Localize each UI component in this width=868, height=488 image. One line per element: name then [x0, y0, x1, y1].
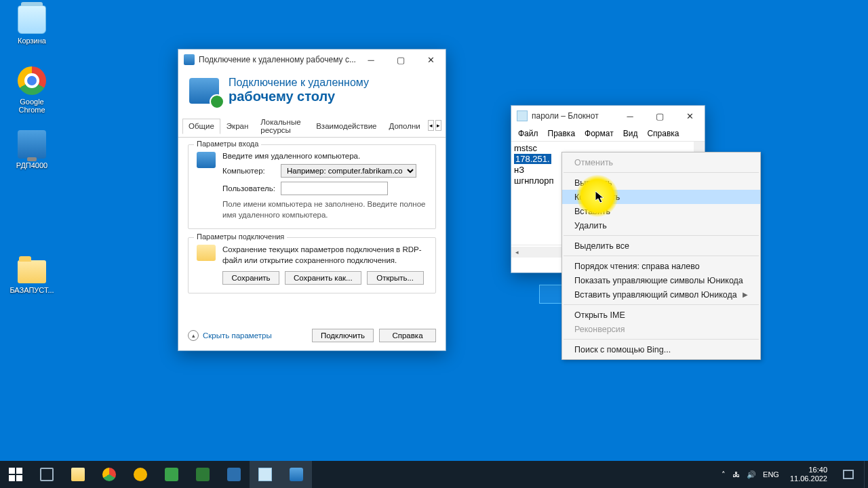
menu-edit[interactable]: Правка	[544, 127, 580, 140]
help-button[interactable]: Справка	[379, 329, 436, 342]
tab-local-resources[interactable]: Локальные ресурсы	[254, 115, 310, 138]
open-button[interactable]: Открыть...	[367, 271, 424, 285]
windows-icon	[9, 468, 22, 481]
maximize-button[interactable]: ▢	[386, 49, 416, 70]
folder-icon	[18, 260, 46, 283]
tray-network-icon[interactable]: 🖧	[732, 470, 740, 479]
svg-rect-3	[16, 475, 22, 481]
tray-volume-icon[interactable]: 🔊	[747, 470, 756, 479]
group-connection: Параметры подключения Сохранение текущих…	[188, 237, 436, 293]
user-field[interactable]	[281, 182, 388, 195]
recycle-bin-icon	[18, 5, 46, 34]
computer-icon	[197, 152, 216, 168]
taskbar-app-1c[interactable]	[125, 461, 156, 488]
context-menu[interactable]: Отменить Вырезать Копировать Вставить Уд…	[561, 152, 761, 360]
group-connection-legend: Параметры подключения	[194, 232, 287, 241]
ctx-paste[interactable]: Вставить	[562, 204, 760, 218]
ctx-undo[interactable]: Отменить	[562, 155, 760, 169]
notepad-icon	[258, 468, 272, 481]
taskbar-app-rdp[interactable]	[281, 461, 312, 488]
taskbar-app-chrome[interactable]	[94, 461, 125, 488]
menu-file[interactable]: Файл	[514, 127, 542, 140]
minimize-button[interactable]: ─	[615, 106, 645, 126]
separator	[564, 235, 759, 236]
menu-format[interactable]: Формат	[580, 127, 618, 140]
ctx-insert-unicode[interactable]: Вставить управляющий символ Юникода▶	[562, 287, 760, 302]
minimize-button[interactable]: ─	[356, 49, 386, 70]
group-login: Параметры входа Введите имя удаленного к…	[188, 144, 436, 229]
desktop-icon-recycle-bin[interactable]: Корзина	[8, 5, 56, 45]
svg-rect-2	[9, 475, 15, 481]
clock-date: 11.06.2022	[790, 474, 827, 483]
desktop-icon-label: БАЗАПУСТ...	[8, 286, 56, 294]
hide-options-link[interactable]: ▴ Скрыть параметры	[188, 330, 272, 341]
desktop-icon-label: Google Chrome	[8, 98, 56, 114]
svg-rect-1	[16, 468, 22, 474]
notepad-app-icon	[517, 110, 528, 121]
show-desktop-button[interactable]	[864, 461, 868, 488]
desktop-icon-rdp4000[interactable]: РДП4000	[8, 130, 56, 169]
tab-advanced[interactable]: Дополни	[383, 119, 427, 134]
desktop-icon-folder[interactable]: БАЗАПУСТ...	[8, 256, 56, 294]
task-view-icon	[40, 468, 54, 481]
ctx-bing-search[interactable]: Поиск с помощью Bing...	[562, 342, 760, 357]
rdp-header-line2: рабочему столу	[229, 89, 369, 104]
rdp-app-icon	[184, 54, 195, 65]
maximize-button[interactable]: ▢	[645, 106, 675, 126]
ctx-cut[interactable]: Вырезать	[562, 176, 760, 190]
text-selection: 178.251.	[514, 154, 551, 164]
taskbar-app-notepad[interactable]	[250, 461, 281, 488]
tabs-scroll-left[interactable]: ◂	[428, 120, 434, 131]
login-hint: Введите имя удаленного компьютера.	[222, 152, 427, 160]
taskbar-app-blue[interactable]	[218, 461, 250, 488]
notepad-menubar: Файл Правка Формат Вид Справка	[511, 126, 705, 142]
clock-time: 16:40	[790, 466, 827, 474]
save-button[interactable]: Сохранить	[222, 271, 279, 285]
folder-icon	[197, 245, 216, 261]
rdp-tabs: Общие Экран Локальные ресурсы Взаимодейс…	[178, 114, 446, 138]
task-view-button[interactable]	[31, 461, 62, 488]
login-hint-bottom: Поле имени компьютера не заполнено. Введ…	[222, 199, 427, 220]
system-tray[interactable]: ˄ 🖧 🔊 ENG	[716, 470, 785, 479]
rdp-window[interactable]: Подключение к удаленному рабочему с... ─…	[178, 49, 446, 351]
save-as-button[interactable]: Сохранить как...	[285, 271, 361, 285]
notepad-titlebar[interactable]: пароли – Блокнот ─ ▢ ✕	[511, 106, 705, 126]
ctx-copy[interactable]: Копировать	[562, 190, 760, 204]
ctx-delete[interactable]: Удалить	[562, 218, 760, 232]
rdp-titlebar[interactable]: Подключение к удаленному рабочему с... ─…	[178, 49, 446, 70]
ctx-reconvert[interactable]: Реконверсия	[562, 322, 760, 336]
desktop-icon-chrome[interactable]: Google Chrome	[8, 66, 56, 114]
taskbar[interactable]: ˄ 🖧 🔊 ENG 16:40 11.06.2022	[0, 461, 868, 488]
action-center-button[interactable]	[833, 461, 864, 488]
menu-view[interactable]: Вид	[619, 127, 642, 140]
menu-help[interactable]: Справка	[643, 127, 683, 140]
start-button[interactable]	[0, 461, 31, 488]
tabs-scroll-right[interactable]: ▸	[435, 120, 441, 131]
connect-button[interactable]: Подключить	[312, 329, 374, 342]
ctx-select-all[interactable]: Выделить все	[562, 239, 760, 253]
ctx-show-unicode[interactable]: Показать управляющие символы Юникода	[562, 273, 760, 287]
app-icon	[165, 468, 178, 481]
taskbar-app-green2[interactable]	[187, 461, 218, 488]
taskbar-app-green1[interactable]	[156, 461, 187, 488]
close-button[interactable]: ✕	[675, 106, 705, 126]
tray-chevron-up-icon[interactable]: ˄	[722, 470, 726, 479]
taskbar-clock[interactable]: 16:40 11.06.2022	[785, 466, 833, 483]
desktop-icon-label: РДП4000	[8, 161, 56, 169]
ctx-open-ime[interactable]: Открыть IME	[562, 308, 760, 322]
tab-experience[interactable]: Взаимодействие	[310, 119, 382, 134]
tab-general[interactable]: Общие	[182, 119, 220, 134]
desktop-icon-label: Корзина	[8, 37, 56, 45]
close-button[interactable]: ✕	[416, 49, 446, 70]
monitor-icon	[18, 130, 46, 159]
tray-language[interactable]: ENG	[763, 470, 779, 479]
taskbar-app-explorer[interactable]	[62, 461, 94, 488]
svg-rect-0	[9, 468, 15, 474]
connection-text: Сохранение текущих параметров подключени…	[222, 245, 427, 266]
ctx-rtl[interactable]: Порядок чтения: справа налево	[562, 259, 760, 273]
tab-display[interactable]: Экран	[220, 119, 254, 134]
chevron-right-icon: ▶	[743, 291, 748, 298]
selection-rectangle	[539, 285, 564, 304]
computer-field[interactable]: Например: computer.fabrikam.com	[281, 164, 416, 178]
scroll-left-icon[interactable]: ◂	[511, 247, 522, 258]
